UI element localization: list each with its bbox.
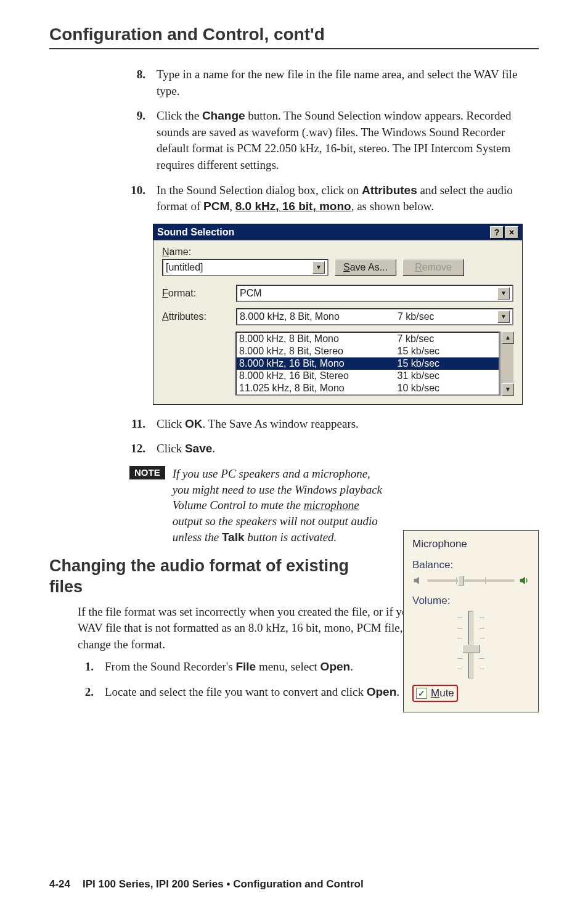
balance-slider[interactable]: [412, 575, 529, 586]
list-item[interactable]: 8.000 kHz, 16 Bit, Stereo31 kb/sec: [237, 370, 499, 382]
format-spec: 8.0 kHz, 16 bit, mono: [235, 200, 351, 213]
t: Click the: [157, 109, 202, 122]
mic-title: Microphone: [412, 538, 529, 550]
attributes-label: Attributes: [362, 184, 417, 197]
t: .: [396, 685, 399, 698]
list-item-rate: 31 kb/sec: [398, 370, 496, 381]
save-as-button[interactable]: Save As...: [335, 259, 396, 276]
scroll-down-icon[interactable]: ▼: [502, 383, 514, 396]
t: menu, select: [256, 660, 320, 673]
format-combo[interactable]: PCM ▼: [236, 285, 513, 302]
step-num: 8.: [129, 67, 145, 99]
t: In the Sound Selection dialog box, click…: [157, 184, 362, 197]
name-value: [untitled]: [166, 262, 311, 273]
dialog-titlebar[interactable]: Sound Selection ? ×: [153, 224, 522, 240]
talk-label: Talk: [222, 531, 245, 544]
attr-value: 8.000 kHz, 8 Bit, Mono: [240, 311, 398, 322]
dialog-body: Name: [untitled] ▼ Save As... Remove For…: [153, 240, 522, 404]
ok-label: OK: [185, 417, 203, 430]
t: Locate and select the file you want to c…: [105, 685, 367, 698]
step-body: Click OK. The Save As window reappears.: [157, 416, 539, 433]
list-item-format: 8.000 kHz, 8 Bit, Stereo: [239, 346, 398, 357]
attributes-label: Attributes:: [162, 311, 230, 322]
sound-selection-dialog: Sound Selection ? × Name: [untitled] ▼ S…: [153, 224, 523, 405]
t: ave As...: [350, 262, 388, 272]
file-menu-label: File: [235, 660, 256, 673]
slider-thumb[interactable]: [462, 645, 480, 653]
t: Click: [157, 442, 185, 455]
help-button[interactable]: ?: [490, 226, 504, 238]
t: .: [350, 660, 353, 673]
t: ute: [439, 687, 454, 699]
mnemonic: M: [431, 687, 439, 699]
scrollbar[interactable]: ▲ ▼: [500, 332, 513, 396]
balance-label: Balance:: [412, 559, 529, 571]
attributes-combo[interactable]: 8.000 kHz, 8 Bit, Mono 7 kb/sec ▼: [236, 308, 513, 325]
name-combo[interactable]: [untitled] ▼: [162, 259, 329, 276]
t: ttributes:: [169, 311, 206, 322]
step-body: Click the Change button. The Sound Selec…: [157, 108, 539, 173]
volume-label: Volume:: [412, 595, 529, 607]
step-body: In the Sound Selection dialog box, click…: [157, 182, 539, 215]
step-body: Type in a name for the new file in the f…: [157, 67, 539, 99]
step-body: Click Save.: [157, 441, 539, 457]
mute-row: ✓ Mute: [412, 685, 529, 702]
attr-rate: 7 kb/sec: [398, 311, 496, 322]
open-label: Open: [367, 685, 397, 698]
mute-checkbox[interactable]: ✓: [416, 688, 427, 699]
list-item-rate: 10 kb/sec: [398, 383, 496, 394]
t: ame:: [169, 247, 192, 257]
step-num: 9.: [129, 108, 145, 173]
t: From the Sound Recorder's: [105, 660, 235, 673]
save-label: Save: [185, 442, 212, 455]
note-badge: NOTE: [129, 466, 165, 479]
pcm-label: PCM: [203, 200, 229, 213]
t: button is activated.: [245, 531, 337, 544]
t: microphone: [304, 499, 359, 512]
t: emove: [422, 262, 452, 272]
close-button[interactable]: ×: [505, 226, 518, 238]
list-item-rate: 7 kb/sec: [398, 333, 496, 344]
steps-mid: 11. Click OK. The Save As window reappea…: [129, 416, 539, 457]
list-item-rate: 15 kb/sec: [398, 346, 496, 357]
format-label: Format:: [162, 288, 230, 299]
section-heading: Changing the audio format of existing fi…: [49, 556, 385, 598]
content: 8. Type in a name for the new file in th…: [129, 67, 539, 545]
list-item[interactable]: 8.000 kHz, 16 Bit, Mono15 kb/sec: [237, 357, 499, 370]
page-header: Configuration and Control, cont'd: [49, 25, 539, 49]
list-item[interactable]: 8.000 kHz, 8 Bit, Stereo15 kb/sec: [237, 345, 499, 357]
scroll-up-icon[interactable]: ▲: [502, 332, 514, 344]
t: .: [212, 442, 215, 455]
list-item-rate: 15 kb/sec: [398, 358, 496, 369]
list-item-format: 11.025 kHz, 8 Bit, Mono: [239, 383, 398, 394]
list-item-format: 8.000 kHz, 8 Bit, Mono: [239, 333, 398, 344]
change-label: Change: [202, 109, 245, 122]
note-text: If you use PC speakers and a microphone,…: [173, 466, 385, 545]
speaker-right-icon: [518, 575, 529, 586]
chevron-down-icon[interactable]: ▼: [497, 311, 510, 323]
format-value: PCM: [240, 288, 496, 299]
list-item[interactable]: 8.000 kHz, 8 Bit, Mono7 kb/sec: [237, 333, 499, 345]
list-item-format: 8.000 kHz, 16 Bit, Mono: [239, 358, 398, 369]
speaker-left-icon: [412, 575, 423, 586]
dialog-title: Sound Selection: [157, 227, 234, 238]
mnemonic: R: [415, 262, 422, 272]
attributes-listbox[interactable]: 8.000 kHz, 8 Bit, Mono7 kb/sec8.000 kHz,…: [235, 332, 500, 396]
chevron-down-icon[interactable]: ▼: [497, 287, 510, 300]
t: Click: [157, 417, 185, 430]
t: , as shown below.: [351, 200, 434, 213]
chevron-down-icon[interactable]: ▼: [312, 261, 325, 274]
t: ormat:: [168, 288, 196, 298]
step-num: 12.: [129, 441, 145, 457]
footer-title: IPI 100 Series, IPI 200 Series • Configu…: [83, 878, 364, 891]
slider-track[interactable]: [427, 579, 515, 582]
page-number: 4-24: [49, 878, 70, 891]
volume-slider[interactable]: [452, 611, 489, 679]
steps-top: 8. Type in a name for the new file in th…: [129, 67, 539, 215]
open-label: Open: [321, 660, 351, 673]
mnemonic: F: [162, 288, 168, 298]
mnemonic: N: [162, 247, 169, 257]
list-item[interactable]: 11.025 kHz, 8 Bit, Mono10 kb/sec: [237, 382, 499, 394]
mute-label: Mute: [431, 687, 454, 699]
slider-thumb[interactable]: [458, 576, 464, 585]
